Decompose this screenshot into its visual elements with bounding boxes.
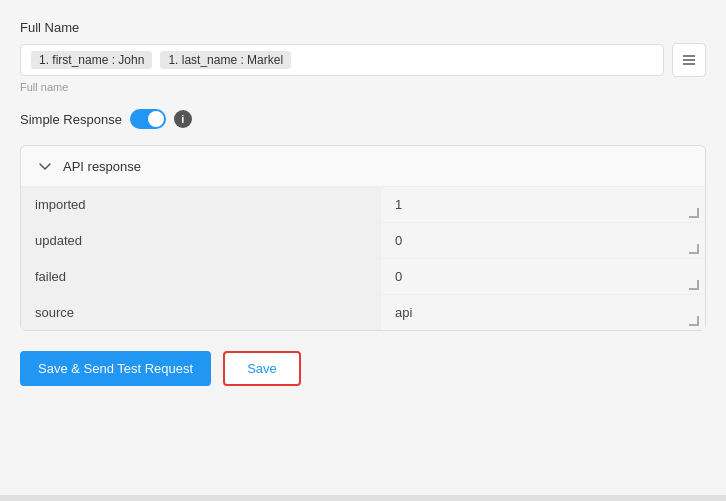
api-value-imported[interactable]: 1: [381, 187, 705, 222]
api-response-title: API response: [63, 159, 141, 174]
api-value-failed[interactable]: 0: [381, 259, 705, 294]
menu-lines-icon: [681, 52, 697, 68]
api-key-failed: failed: [21, 259, 381, 294]
first-name-tag[interactable]: 1. first_name : John: [31, 51, 152, 69]
bottom-bar: [0, 495, 726, 501]
save-send-button[interactable]: Save & Send Test Request: [20, 351, 211, 386]
main-container: Full Name 1. first_name : John 1. last_n…: [0, 0, 726, 501]
api-row-failed: failed 0: [21, 259, 705, 295]
full-name-label: Full Name: [20, 20, 706, 35]
api-value-updated[interactable]: 0: [381, 223, 705, 258]
save-button[interactable]: Save: [223, 351, 301, 386]
full-name-hint: Full name: [20, 81, 706, 93]
api-key-imported: imported: [21, 187, 381, 222]
chevron-down-icon[interactable]: [35, 156, 55, 176]
api-value-source[interactable]: api: [381, 295, 705, 330]
full-name-row: 1. first_name : John 1. last_name : Mark…: [20, 43, 706, 77]
api-row-source: source api: [21, 295, 705, 330]
api-key-updated: updated: [21, 223, 381, 258]
simple-response-label: Simple Response: [20, 112, 122, 127]
api-response-section: API response imported 1 updated 0 failed: [20, 145, 706, 331]
simple-response-row: Simple Response i: [20, 109, 706, 129]
api-key-source: source: [21, 295, 381, 330]
api-row-imported: imported 1: [21, 187, 705, 223]
simple-response-toggle[interactable]: [130, 109, 166, 129]
info-icon[interactable]: i: [174, 110, 192, 128]
api-row-updated: updated 0: [21, 223, 705, 259]
full-name-input[interactable]: 1. first_name : John 1. last_name : Mark…: [20, 44, 664, 76]
api-response-header: API response: [21, 146, 705, 187]
last-name-tag[interactable]: 1. last_name : Markel: [160, 51, 291, 69]
footer-buttons: Save & Send Test Request Save: [20, 351, 706, 386]
menu-icon-button[interactable]: [672, 43, 706, 77]
